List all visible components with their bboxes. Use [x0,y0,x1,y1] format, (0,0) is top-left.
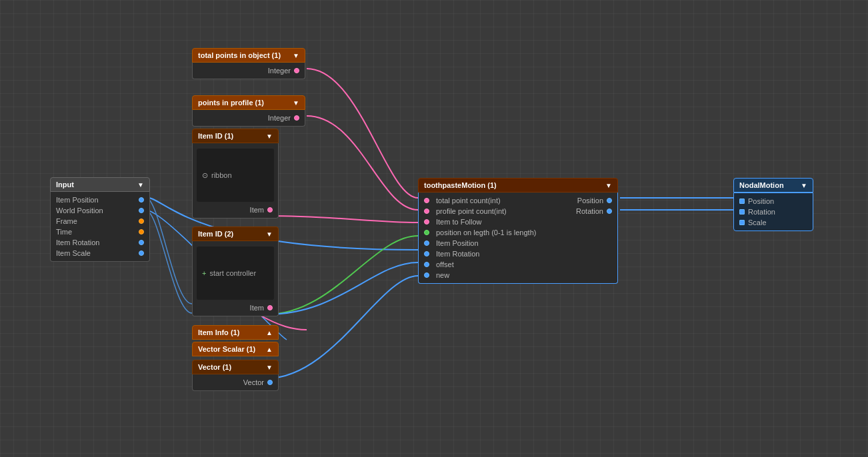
chevron-collapse-icon: ▲ [266,329,273,336]
node-total-points[interactable]: total points in object (1) ▼ Integer [192,48,305,79]
output-item-port-2[interactable] [267,305,273,310]
item-id-2-name: start controller [209,269,256,277]
nm-scale-port[interactable] [739,220,745,225]
tp-profile-point-port[interactable] [424,209,429,214]
output-frame-port[interactable] [139,219,144,224]
tp-position-port[interactable] [607,198,612,203]
tp-position-label: Position [577,197,603,205]
tp-position-legth-port[interactable] [424,230,429,235]
input-world-position-label: World Position [56,207,103,215]
input-item-position-row: Item Position [51,195,149,205]
tp-new-label: new [436,271,449,279]
item-id-1-name: ribbon [211,171,232,179]
tp-item-rot-port[interactable] [424,251,429,256]
chevron-icon: ▼ [605,182,612,189]
chevron-icon: ▼ [266,364,273,371]
output-integer-row: Integer [193,65,305,76]
output-item-label-2: Item [250,304,264,312]
output-integer-label: Integer [268,114,291,122]
tp-total-point-label: total point count(int) [436,197,501,205]
node-vector-title: Vector (1) [198,363,231,371]
node-total-points-body: Integer [192,63,305,79]
node-toothpaste[interactable]: toothpasteMotion (1) ▼ total point count… [418,178,618,284]
node-item-id-2-title: Item ID (2) [198,230,233,238]
input-frame-row: Frame [51,216,149,227]
node-total-points-header[interactable]: total points in object (1) ▼ [192,48,305,63]
output-item-rotation-port[interactable] [139,240,144,245]
node-points-profile-body: Integer [192,110,305,127]
node-total-points-title: total points in object (1) [198,51,281,59]
nm-position-port[interactable] [739,199,745,204]
tp-item-pos-port[interactable] [424,240,429,246]
node-vector-scalar[interactable]: Vector Scalar (1) ▲ [192,342,279,356]
tp-offset-row: offset [419,259,617,270]
node-item-id-2-header[interactable]: Item ID (2) ▼ [192,227,279,241]
tp-item-rot-label: Item Rotation [436,250,479,258]
output-item-scale-port[interactable] [139,250,144,256]
tp-item-follow-port[interactable] [424,219,429,225]
output-integer-row: Integer [193,113,305,123]
node-item-id-2-body: + start controller Item [192,241,279,316]
tp-profile-point-row: profile point count(int) Rotation [419,206,617,217]
nm-scale-row: Scale [734,217,813,228]
output-time-port[interactable] [139,229,144,234]
node-vector-scalar-header[interactable]: Vector Scalar (1) ▲ [192,342,279,356]
chevron-icon: ▼ [293,52,299,59]
nm-scale-label: Scale [748,219,767,227]
nm-rotation-port[interactable] [739,209,745,215]
output-item-row-2: Item [193,302,278,313]
input-time-row: Time [51,227,149,237]
tp-new-port[interactable] [424,272,429,278]
nm-rotation-row: Rotation [734,207,813,217]
input-item-position-label: Item Position [56,196,99,204]
tp-offset-port[interactable] [424,262,429,267]
input-item-scale-row: Item Scale [51,248,149,258]
node-nodal-motion[interactable]: NodalMotion ▼ Position Rotation Scale [733,178,813,231]
output-world-position-port[interactable] [139,208,144,213]
nm-rotation-label: Rotation [748,208,775,216]
node-item-id-1-body: ⊙ ribbon Item [192,143,279,219]
output-vector-port[interactable] [267,380,273,385]
tp-rotation-port[interactable] [607,209,612,214]
output-item-label: Item [250,206,264,214]
node-item-id-2[interactable]: Item ID (2) ▼ + start controller Item [192,227,279,316]
chevron-icon: ▼ [293,99,299,107]
chevron-icon: ▼ [801,182,807,189]
node-item-id-1-header[interactable]: Item ID (1) ▼ [192,129,279,143]
tp-profile-point-label: profile point count(int) [436,207,507,215]
node-input[interactable]: Input ▼ Item Position World Position Fra… [50,177,150,262]
node-item-id-1[interactable]: Item ID (1) ▼ ⊙ ribbon Item [192,129,279,219]
output-item-position-port[interactable] [139,197,144,203]
input-world-position-row: World Position [51,205,149,216]
input-item-rotation-label: Item Rotation [56,238,99,246]
tp-position-legth-label: position on legth (0-1 is length) [436,228,536,236]
chevron-icon: ▼ [266,133,273,140]
node-vector-header[interactable]: Vector (1) ▼ [192,360,279,374]
node-item-info[interactable]: Item Info (1) ▲ [192,325,279,340]
node-points-profile-header[interactable]: points in profile (1) ▼ [192,95,305,110]
node-vector[interactable]: Vector (1) ▼ Vector [192,360,279,391]
node-toothpaste-header[interactable]: toothpasteMotion (1) ▼ [418,178,618,193]
output-integer-port[interactable] [294,68,299,73]
node-points-profile-title: points in profile (1) [198,99,264,107]
tp-item-follow-label: Item to Follow [436,218,481,226]
node-nodal-motion-header[interactable]: NodalMotion ▼ [733,178,813,193]
input-item-rotation-row: Item Rotation [51,237,149,248]
node-points-profile[interactable]: points in profile (1) ▼ Integer [192,95,305,127]
chevron-icon: ▼ [137,181,144,189]
node-item-info-header[interactable]: Item Info (1) ▲ [192,325,279,340]
output-integer-port[interactable] [294,115,299,121]
tp-rotation-label: Rotation [576,207,603,215]
output-item-port[interactable] [267,207,273,213]
output-integer-label: Integer [268,67,291,75]
nm-position-row: Position [734,196,813,207]
tp-offset-label: offset [436,260,454,268]
node-input-header[interactable]: Input ▼ [50,177,150,192]
node-nodal-motion-body: Position Rotation Scale [733,193,813,231]
output-vector-label: Vector [243,378,264,386]
node-input-title: Input [56,181,74,189]
input-time-label: Time [56,228,72,236]
output-vector-row: Vector [193,377,278,388]
tp-total-point-port[interactable] [424,198,429,203]
node-vector-body: Vector [192,374,279,391]
